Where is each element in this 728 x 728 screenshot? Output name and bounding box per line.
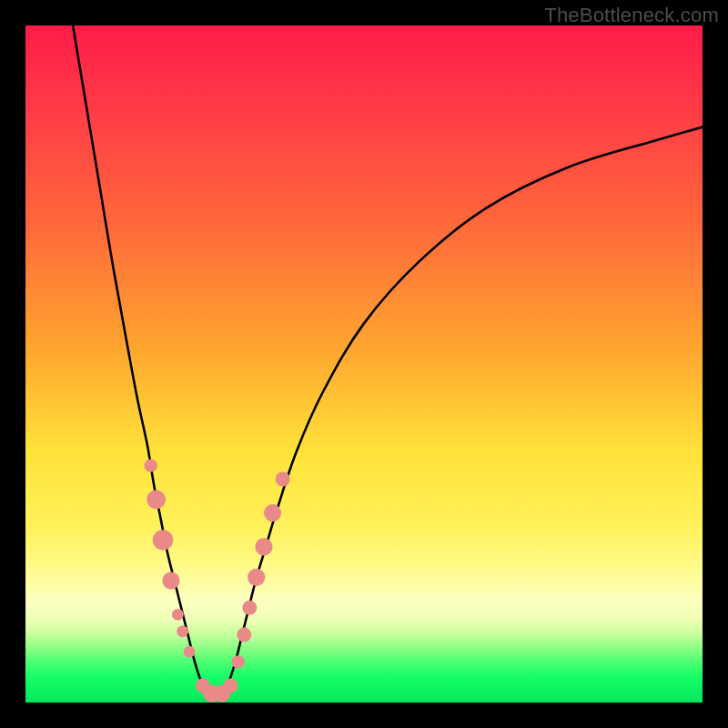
marker-group [144,459,289,703]
bottleneck-curve-path [73,25,703,697]
curve-marker [242,601,257,615]
curve-marker [237,628,251,642]
outer-frame: TheBottleneck.com [0,0,728,728]
curve-marker [255,538,272,555]
curve-marker [231,655,244,668]
curve-marker [248,569,265,586]
curve-marker [184,646,196,658]
bottleneck-curve [73,25,703,697]
curve-marker [172,609,184,621]
curve-marker [144,459,157,471]
curve-layer [25,25,703,703]
plot-area [25,25,703,703]
curve-marker [223,678,238,693]
curve-marker [177,625,188,637]
curve-marker [147,490,166,509]
curve-marker [162,571,179,589]
watermark-text: TheBottleneck.com [544,4,719,27]
curve-marker [153,530,173,550]
curve-marker [276,471,290,486]
curve-marker [264,504,281,521]
